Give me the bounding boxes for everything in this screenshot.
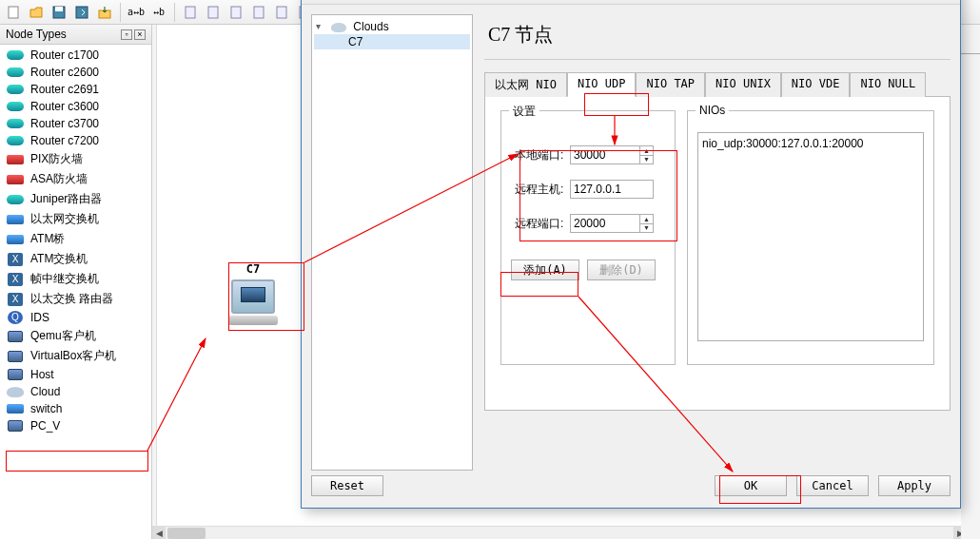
- node-item-13[interactable]: X以太交换 路由器: [0, 289, 151, 309]
- node-item-0[interactable]: Router c1700: [0, 47, 151, 64]
- router-icon: [7, 67, 24, 77]
- ok-button[interactable]: OK: [715, 475, 787, 496]
- toolbar-doc1-icon[interactable]: [180, 2, 201, 23]
- scroll-thumb[interactable]: [167, 528, 206, 539]
- settings-legend: 设置: [509, 104, 539, 120]
- node-item-label: Router c1700: [30, 48, 99, 62]
- computer-icon: [231, 279, 275, 314]
- tree-child-label: C7: [348, 35, 363, 48]
- toolbar-doc2-icon[interactable]: [203, 2, 224, 23]
- router-icon: [7, 119, 24, 128]
- node-item-20[interactable]: PC_V: [0, 417, 151, 434]
- nios-group: NIOs nio_udp:30000:127.0.0.1:20000: [687, 110, 934, 365]
- right-edge-strip: [961, 25, 980, 539]
- add-button[interactable]: 添加(A): [511, 260, 579, 280]
- toolbar-new-icon[interactable]: [3, 2, 24, 23]
- node-item-label: ASA防火墙: [30, 171, 88, 187]
- panel-close-icon[interactable]: ×: [134, 29, 146, 40]
- tab-nio-null[interactable]: NIO NULL: [850, 72, 926, 97]
- toolbar-doc3-icon[interactable]: [225, 2, 246, 23]
- router-icon: [7, 50, 24, 60]
- toolbar-export-icon[interactable]: [94, 2, 115, 23]
- node-item-1[interactable]: Router c2600: [0, 64, 151, 81]
- node-item-label: ATM桥: [30, 231, 65, 247]
- local-port-spinner[interactable]: ▲▼: [640, 145, 654, 164]
- reset-button[interactable]: Reset: [311, 475, 383, 496]
- node-item-label: 以太网交换机: [30, 211, 99, 227]
- horizontal-scrollbar[interactable]: ◀ ▶: [152, 526, 967, 539]
- matrix-icon: X: [8, 273, 23, 286]
- svg-rect-7: [231, 7, 241, 18]
- node-item-3[interactable]: Router c3600: [0, 98, 151, 115]
- toolbar-replace-b-icon[interactable]: ↔b: [148, 2, 169, 23]
- canvas-node-label: C7: [228, 262, 278, 276]
- pc-icon: [8, 420, 23, 432]
- node-item-8[interactable]: Juniper路由器: [0, 189, 151, 209]
- tree-child[interactable]: C7: [314, 34, 470, 49]
- local-port-label: 本地端口:: [515, 147, 570, 164]
- node-item-label: 以太交换 路由器: [30, 291, 113, 307]
- panel-undock-icon[interactable]: ▫: [121, 29, 132, 40]
- node-list[interactable]: Router c1700Router c2600Router c2691Rout…: [0, 45, 151, 539]
- toolbar-doc4-icon[interactable]: [248, 2, 269, 23]
- delete-button[interactable]: 删除(D): [587, 260, 656, 280]
- node-item-4[interactable]: Router c3700: [0, 115, 151, 132]
- scroll-left-icon[interactable]: ◀: [152, 527, 166, 539]
- remote-port-input[interactable]: [570, 214, 640, 233]
- node-item-label: PIX防火墙: [30, 151, 83, 167]
- toolbar-replace-a-icon[interactable]: a↔b: [126, 2, 147, 23]
- node-item-5[interactable]: Router c7200: [0, 132, 151, 149]
- remote-port-spinner[interactable]: ▲▼: [640, 214, 654, 233]
- nio-list[interactable]: nio_udp:30000:127.0.0.1:20000: [697, 132, 924, 341]
- node-item-14[interactable]: QIDS: [0, 309, 151, 326]
- dialog-tree[interactable]: ▾ Clouds C7: [311, 14, 473, 471]
- svg-rect-5: [186, 7, 195, 18]
- remote-host-input[interactable]: [570, 180, 654, 199]
- node-item-label: switch: [30, 402, 62, 415]
- tab-content: 设置 本地端口: ▲▼ 远程主机: 远程端口:: [484, 97, 951, 411]
- switch-icon: [7, 215, 24, 224]
- node-item-7[interactable]: ASA防火墙: [0, 169, 151, 189]
- node-item-9[interactable]: 以太网交换机: [0, 209, 151, 229]
- node-item-16[interactable]: VirtualBox客户机: [0, 346, 151, 366]
- tab-nio-tap[interactable]: NIO TAP: [636, 72, 705, 97]
- tab-nio-unix[interactable]: NIO UNIX: [705, 72, 781, 97]
- node-item-18[interactable]: Cloud: [0, 383, 151, 400]
- settings-group: 设置 本地端口: ▲▼ 远程主机: 远程端口:: [500, 110, 676, 365]
- node-item-label: IDS: [30, 311, 49, 324]
- node-types-panel: Node Types ▫ × Router c1700Router c2600R…: [0, 25, 152, 539]
- canvas-node-c7[interactable]: C7: [228, 262, 278, 325]
- node-config-dialog: 节点配置 ▾ Clouds C7 C7 节点 以太网 NIONIO UDPNIO…: [301, 0, 961, 509]
- node-item-label: ATM交换机: [30, 251, 88, 267]
- node-item-2[interactable]: Router c2691: [0, 81, 151, 98]
- toolbar-open-icon[interactable]: [26, 2, 47, 23]
- toolbar-save-icon[interactable]: [49, 2, 69, 23]
- switch-icon: [7, 235, 24, 244]
- tab-nio-vde[interactable]: NIO VDE: [781, 72, 851, 97]
- tab-以太网-nio[interactable]: 以太网 NIO: [484, 72, 567, 97]
- node-item-12[interactable]: X帧中继交换机: [0, 269, 151, 289]
- node-item-10[interactable]: ATM桥: [0, 229, 151, 249]
- node-item-11[interactable]: XATM交换机: [0, 249, 151, 269]
- node-item-label: Host: [30, 368, 54, 381]
- tree-root-label: Clouds: [353, 20, 388, 33]
- node-item-label: Router c3600: [30, 100, 99, 113]
- tab-nio-udp[interactable]: NIO UDP: [567, 72, 637, 97]
- svg-rect-8: [254, 7, 264, 18]
- node-item-label: Router c3700: [30, 117, 99, 130]
- toolbar-saveas-icon[interactable]: [71, 2, 92, 23]
- svg-rect-6: [208, 7, 218, 18]
- cancel-button[interactable]: Cancel: [796, 475, 869, 496]
- node-item-15[interactable]: Qemu客户机: [0, 326, 151, 346]
- router-icon: [7, 85, 24, 94]
- firewall-icon: [7, 175, 24, 184]
- tree-collapse-icon[interactable]: ▾: [316, 21, 326, 31]
- local-port-input[interactable]: [570, 145, 640, 164]
- node-item-19[interactable]: switch: [0, 400, 151, 417]
- toolbar-doc5-icon[interactable]: [271, 2, 292, 23]
- tree-root[interactable]: ▾ Clouds: [314, 19, 470, 34]
- apply-button[interactable]: Apply: [878, 475, 951, 496]
- nio-list-item[interactable]: nio_udp:30000:127.0.0.1:20000: [702, 137, 919, 150]
- node-item-17[interactable]: Host: [0, 366, 151, 383]
- node-item-6[interactable]: PIX防火墙: [0, 149, 151, 169]
